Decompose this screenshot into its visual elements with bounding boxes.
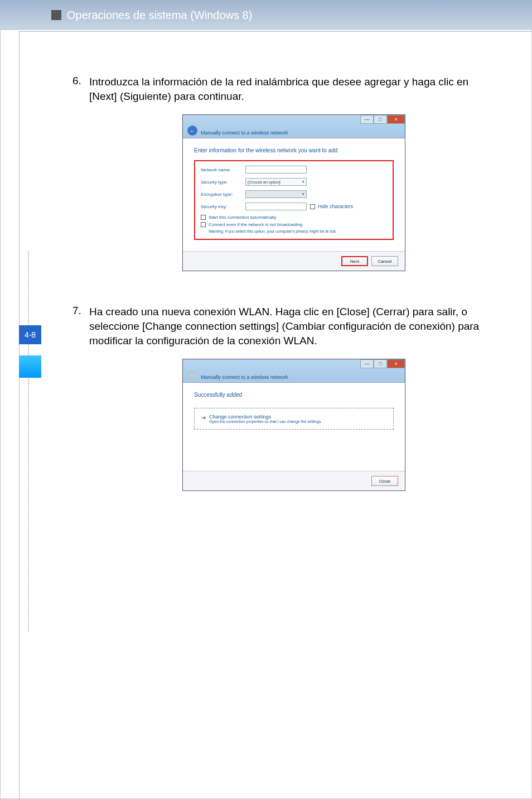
dialog-titlebar: — □ × ← Manually connect to a wireless n… [183, 115, 405, 138]
steps-list: 6. Introduzca la información de la red i… [72, 75, 499, 502]
minimize-button[interactable]: — [360, 359, 374, 368]
dialog-titlebar: — □ × ← Manually connect to a wireless n… [183, 359, 405, 383]
connect-hidden-row: Connect even if the network is not broad… [201, 222, 387, 227]
security-type-row: Security type: [Choose an option] ▾ [201, 178, 387, 186]
step-text: Ha creado una nueva conexión WLAN. Haga … [89, 305, 499, 348]
change-settings-subtitle: Open the connection properties so that I… [209, 420, 322, 423]
step-body: Ha creado una nueva conexión WLAN. Haga … [89, 305, 499, 502]
close-button[interactable]: × [387, 359, 405, 368]
step-body: Introduzca la información de la red inal… [89, 75, 499, 282]
auto-start-row: Start this connection automatically [201, 215, 387, 220]
connect-hidden-label: Connect even if the network is not broad… [209, 222, 303, 227]
content-area: 6. Introduzca la información de la red i… [0, 30, 532, 799]
dialog-footer: Close [183, 471, 405, 490]
maximize-button[interactable]: □ [374, 359, 387, 368]
cancel-button[interactable]: Cancel [371, 256, 398, 266]
highlighted-form: Network name: Security type: [Choose an … [194, 160, 394, 240]
privacy-warning: Warning: If you select this option, your… [209, 229, 387, 233]
dialog-footer: Next Cancel [183, 251, 405, 271]
dialog-heading: Enter information for the wireless netwo… [194, 147, 394, 153]
step-6: 6. Introduzca la información de la red i… [72, 75, 499, 282]
success-dialog: — □ × ← Manually connect to a wireless n… [182, 359, 405, 491]
header-bar: Operaciones de sistema (Windows 8) [0, 0, 532, 30]
titlebar-text: Manually connect to a wireless network [201, 130, 288, 136]
titlebar-text: Manually connect to a wireless network [201, 374, 288, 380]
header-title: Operaciones de sistema (Windows 8) [67, 9, 252, 22]
hide-characters-checkbox[interactable] [310, 204, 315, 209]
auto-start-label: Start this connection automatically [209, 215, 276, 220]
chevron-down-icon: ▾ [302, 192, 304, 196]
step-7: 7. Ha creado una nueva conexión WLAN. Ha… [72, 305, 499, 502]
network-name-input[interactable] [245, 166, 307, 174]
encryption-type-row: Encryption type: ▾ [201, 190, 387, 198]
chevron-down-icon: ▾ [302, 180, 304, 184]
dialog-body: Enter information for the wireless netwo… [183, 138, 405, 251]
next-button[interactable]: Next [341, 256, 368, 266]
security-key-label: Security Key: [201, 204, 245, 209]
step-text: Introduzca la información de la red inal… [89, 75, 499, 103]
wireless-add-dialog: — □ × ← Manually connect to a wireless n… [182, 114, 405, 271]
maximize-button[interactable]: □ [374, 115, 387, 124]
encryption-type-select: ▾ [245, 190, 307, 198]
security-type-value: [Choose an option] [248, 180, 280, 184]
step-number: 7. [72, 305, 89, 502]
security-type-select[interactable]: [Choose an option] ▾ [245, 178, 307, 186]
encryption-type-label: Encryption type: [201, 192, 245, 197]
change-text-wrap: Change connection settings Open the conn… [209, 414, 322, 423]
network-name-label: Network name: [201, 167, 245, 172]
security-key-input[interactable] [245, 203, 307, 210]
back-icon[interactable]: ← [187, 126, 197, 136]
change-settings-box[interactable]: ➔ Change connection settings Open the co… [194, 408, 394, 430]
window-controls: — □ × [360, 115, 405, 124]
arrow-right-icon: ➔ [201, 415, 206, 421]
hide-characters-label: Hide characters [318, 204, 353, 209]
step-number: 6. [72, 75, 89, 282]
security-key-row: Security Key: Hide characters [201, 203, 387, 210]
change-settings-title: Change connection settings [209, 414, 322, 420]
header-marker [51, 10, 61, 20]
back-icon[interactable]: ← [187, 370, 197, 380]
close-button[interactable]: × [387, 115, 405, 124]
minimize-button[interactable]: — [360, 115, 374, 124]
network-name-row: Network name: [201, 166, 387, 174]
change-settings-row: ➔ Change connection settings Open the co… [201, 414, 386, 423]
close-dialog-button[interactable]: Close [371, 476, 398, 486]
security-type-label: Security type: [201, 180, 245, 185]
auto-start-checkbox[interactable] [201, 215, 206, 220]
hide-chars-wrap: Hide characters [310, 204, 353, 209]
dialog-body: Successfully added ➔ Change connection s… [183, 383, 405, 471]
success-heading: Successfully added [194, 392, 394, 398]
window-controls: — □ × [360, 359, 405, 368]
connect-hidden-checkbox[interactable] [201, 222, 206, 227]
